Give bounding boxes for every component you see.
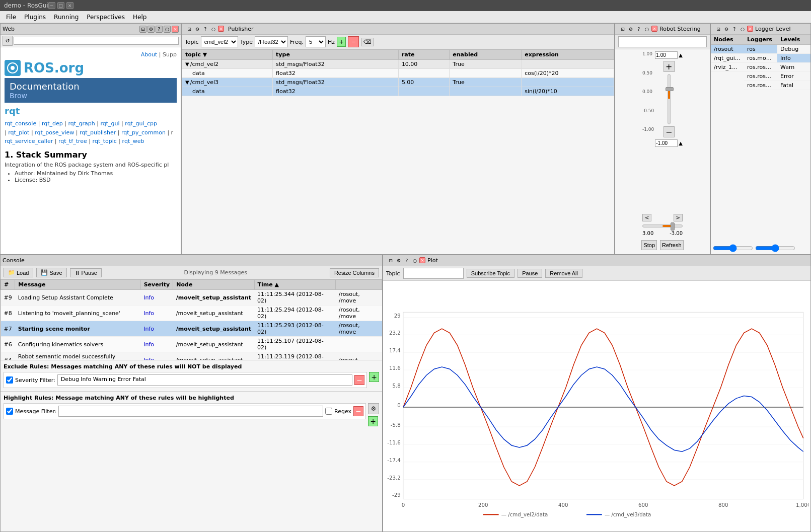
list-item[interactable]: Error bbox=[777, 72, 810, 81]
message-filter-input[interactable]: monitor bbox=[58, 406, 323, 417]
web-panel-help-btn[interactable]: ? bbox=[156, 26, 163, 33]
steering-undock-icon[interactable]: ○ bbox=[643, 26, 650, 33]
remove-publisher-button[interactable]: − bbox=[348, 36, 359, 47]
console-col-message[interactable]: Message bbox=[15, 280, 140, 290]
steering-dock-icon[interactable]: ⊡ bbox=[619, 26, 626, 33]
minimize-button[interactable]: − bbox=[48, 2, 55, 9]
steering-right-nav[interactable]: > bbox=[674, 214, 683, 221]
remove-severity-filter-button[interactable]: − bbox=[354, 375, 364, 385]
table-row[interactable]: #7 Starting scene monitor Info /moveit_s… bbox=[1, 321, 382, 337]
type-select[interactable]: /Float32 bbox=[255, 36, 288, 47]
v-min-input[interactable] bbox=[655, 139, 678, 147]
add-publisher-button[interactable]: + bbox=[337, 37, 346, 47]
list-item[interactable]: /rqt_gui_cpp_ bbox=[711, 54, 744, 63]
logger-undock-icon[interactable]: ○ bbox=[739, 26, 746, 33]
pub-col-enabled[interactable]: enabled bbox=[450, 50, 522, 60]
steering-help-icon[interactable]: ? bbox=[635, 26, 642, 33]
table-row[interactable]: #4 Robot semantic model successfully loa… bbox=[1, 352, 382, 360]
console-col-severity[interactable]: Severity bbox=[140, 280, 173, 290]
table-row[interactable]: ▼/cmd_vel2 std_msgs/Float32 10.00 True bbox=[182, 60, 614, 69]
load-button[interactable]: 📁 Load bbox=[4, 268, 33, 277]
table-row[interactable]: ▼/cmd_vel3 std_msgs/Float32 5.00 True bbox=[182, 78, 614, 87]
publisher-close-btn[interactable]: × bbox=[218, 26, 224, 32]
logger-close-btn[interactable]: × bbox=[747, 26, 753, 32]
list-item[interactable]: ros.moveit_co bbox=[744, 54, 777, 63]
plot-dock-icon[interactable]: ⊡ bbox=[387, 257, 394, 264]
subscribe-topic-button[interactable]: Subscribe Topic bbox=[467, 269, 514, 278]
freq-select[interactable]: 5 bbox=[306, 36, 326, 47]
web-panel-close-btn[interactable]: × bbox=[172, 26, 179, 33]
steering-hslider-thumb[interactable] bbox=[671, 222, 675, 231]
save-button[interactable]: 💾 Save bbox=[36, 268, 66, 277]
publisher-dock-icon[interactable]: ⊡ bbox=[186, 26, 193, 33]
table-row[interactable]: data float32 cos(i/20)*20 bbox=[182, 69, 614, 78]
list-item[interactable]: Info bbox=[777, 54, 810, 63]
resize-columns-button[interactable]: Resize Columns bbox=[330, 268, 379, 277]
stop-button[interactable]: Stop bbox=[641, 240, 657, 250]
pub-col-rate[interactable]: rate bbox=[398, 50, 449, 60]
steering-topic-input[interactable]: /cmd_vel bbox=[618, 36, 707, 47]
add-exclude-rule-button[interactable]: + bbox=[369, 372, 379, 382]
severity-filter-checkbox[interactable] bbox=[6, 376, 13, 384]
list-item[interactable]: ros bbox=[744, 45, 777, 54]
publisher-cfg-icon[interactable]: ⚙ bbox=[194, 26, 201, 33]
plot-help-icon[interactable]: ? bbox=[403, 257, 410, 264]
logger-slider2[interactable] bbox=[755, 244, 795, 252]
maximize-button[interactable]: □ bbox=[57, 2, 64, 9]
console-col-num[interactable]: # bbox=[1, 280, 15, 290]
remove-highlight-rule-button[interactable]: − bbox=[353, 406, 363, 416]
list-item[interactable]: ros.roscpp.su bbox=[744, 81, 777, 90]
plot-close-btn[interactable]: × bbox=[419, 257, 425, 263]
menu-plugins[interactable]: Plugins bbox=[20, 13, 50, 22]
topic-select[interactable]: cmd_vel2 bbox=[201, 36, 238, 47]
publisher-help-icon[interactable]: ? bbox=[202, 26, 209, 33]
list-item[interactable]: ros.roscpp bbox=[744, 63, 777, 72]
highlight-settings-button[interactable]: ⚙ bbox=[368, 403, 379, 414]
close-button[interactable]: × bbox=[66, 2, 73, 9]
logger-dock-icon[interactable]: ⊡ bbox=[715, 26, 722, 33]
list-item[interactable]: Warn bbox=[777, 63, 810, 72]
web-back-button[interactable]: ↺ bbox=[3, 36, 13, 46]
steering-vslider-thumb[interactable] bbox=[666, 87, 674, 91]
list-item[interactable]: Debug bbox=[777, 45, 810, 54]
pause-button[interactable]: ⏸ Pause bbox=[70, 268, 102, 277]
refresh-button[interactable]: Refresh bbox=[660, 240, 684, 250]
web-url-input[interactable]: http://www.ros.org/wiki/rqt bbox=[14, 37, 179, 45]
console-col-loc[interactable] bbox=[336, 280, 382, 290]
menu-perspectives[interactable]: Perspectives bbox=[83, 13, 129, 22]
logger-slider[interactable] bbox=[713, 244, 753, 252]
pub-col-topic[interactable]: topic ▼ bbox=[182, 50, 273, 60]
plot-pause-button[interactable]: Pause bbox=[518, 269, 542, 278]
logger-help-icon[interactable]: ? bbox=[731, 26, 738, 33]
web-panel-config-btn[interactable]: ⚙ bbox=[148, 26, 155, 33]
publisher-undock-icon[interactable]: ○ bbox=[210, 26, 217, 33]
list-item[interactable]: ros.roscpp.ro bbox=[744, 72, 777, 81]
steering-cfg-icon[interactable]: ⚙ bbox=[627, 26, 634, 33]
web-panel-float-btn[interactable]: ⊡ bbox=[139, 26, 146, 33]
steering-plus-btn[interactable]: + bbox=[663, 61, 675, 72]
pub-col-expression[interactable]: expression bbox=[522, 50, 614, 60]
console-col-node[interactable]: Node bbox=[173, 280, 254, 290]
list-item[interactable]: /rosout bbox=[711, 45, 744, 54]
list-item[interactable]: Fatal bbox=[777, 81, 810, 90]
steering-left-nav[interactable]: < bbox=[642, 214, 651, 221]
menu-running[interactable]: Running bbox=[50, 13, 83, 22]
web-panel-undock-btn[interactable]: ○ bbox=[164, 26, 171, 33]
message-filter-checkbox[interactable] bbox=[6, 408, 13, 415]
plot-undock-icon[interactable]: ○ bbox=[411, 257, 418, 264]
logger-cfg-icon[interactable]: ⚙ bbox=[723, 26, 730, 33]
steering-close-btn[interactable]: × bbox=[651, 26, 657, 32]
table-row[interactable]: #9 Loading Setup Assistant Complete Info… bbox=[1, 290, 382, 306]
table-row[interactable]: data float32 sin(i/20)*10 bbox=[182, 87, 614, 96]
table-row[interactable]: #8 Listening to 'moveit_planning_scene' … bbox=[1, 306, 382, 321]
menu-file[interactable]: File bbox=[2, 13, 20, 22]
severity-filter-input[interactable]: Debug Info Warning Error Fatal bbox=[57, 374, 352, 386]
regex-checkbox[interactable] bbox=[325, 408, 332, 415]
steering-minus-btn[interactable]: − bbox=[663, 126, 675, 137]
table-row[interactable]: #6 Configuring kinematics solvers Info /… bbox=[1, 337, 382, 352]
plot-topic-input[interactable]: /cmd_vel3/data bbox=[403, 268, 464, 279]
plot-cfg-icon[interactable]: ⚙ bbox=[395, 257, 402, 264]
console-col-time[interactable]: Time ▲ bbox=[254, 280, 336, 290]
add-highlight-rule-button[interactable]: + bbox=[368, 416, 378, 426]
clear-publisher-button[interactable]: ⌫ bbox=[361, 38, 374, 46]
